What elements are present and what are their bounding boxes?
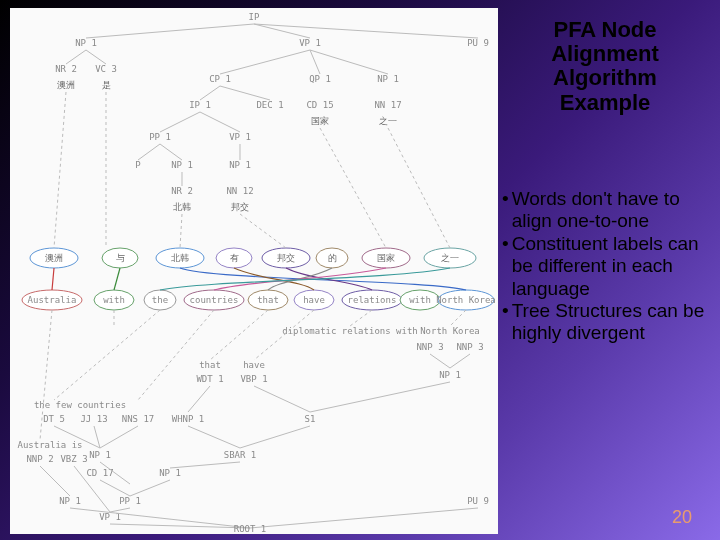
svg-text:NP 1: NP 1 [59, 496, 81, 506]
svg-line-0 [86, 24, 254, 38]
svg-text:JJ 13: JJ 13 [80, 414, 107, 424]
nt: NP 1 [75, 38, 97, 48]
svg-text:CP 1: CP 1 [209, 74, 231, 84]
svg-line-24 [138, 144, 160, 160]
svg-line-21 [200, 112, 240, 132]
svg-text:VBP 1: VBP 1 [240, 374, 267, 384]
title-line: Example [500, 91, 710, 115]
top-root: IP [249, 12, 260, 22]
svg-line-104 [188, 426, 240, 448]
svg-text:国家: 国家 [377, 253, 395, 263]
title-line: PFA Node [500, 18, 710, 42]
svg-text:CD 15: CD 15 [306, 100, 333, 110]
svg-text:北韩: 北韩 [171, 253, 189, 263]
svg-text:之一: 之一 [441, 253, 459, 263]
svg-text:NR 2: NR 2 [171, 186, 193, 196]
svg-text:IP 1: IP 1 [189, 100, 211, 110]
svg-text:北韩: 北韩 [173, 202, 191, 212]
svg-text:have: have [303, 295, 325, 305]
svg-text:NP 1: NP 1 [439, 370, 461, 380]
svg-text:NP 1: NP 1 [229, 160, 251, 170]
bullet-list: •Words don't have to align one-to-one •C… [502, 188, 712, 345]
svg-line-25 [160, 144, 182, 160]
svg-text:WDT 1: WDT 1 [196, 374, 223, 384]
svg-text:Australia  is: Australia is [17, 440, 82, 450]
svg-text:VC 3: VC 3 [95, 64, 117, 74]
svg-text:NN 12: NN 12 [226, 186, 253, 196]
bottom-root: ROOT 1 [234, 524, 267, 534]
svg-line-103 [100, 426, 138, 448]
svg-text:NNS 17: NNS 17 [122, 414, 155, 424]
svg-text:NNP 2: NNP 2 [26, 454, 53, 464]
title-line: Algorithm [500, 66, 710, 90]
svg-text:relations: relations [348, 295, 397, 305]
svg-line-131 [210, 310, 268, 360]
svg-text:have: have [243, 360, 265, 370]
svg-text:diplomatic relations with: diplomatic relations with [282, 326, 417, 336]
svg-text:NP 1: NP 1 [171, 160, 193, 170]
svg-line-9 [310, 50, 320, 74]
svg-line-20 [160, 112, 200, 132]
svg-line-14 [200, 86, 220, 100]
svg-text:Australia: Australia [28, 295, 77, 305]
svg-text:NNP 3: NNP 3 [456, 342, 483, 352]
svg-line-114 [170, 462, 240, 468]
svg-text:North Korea: North Korea [420, 326, 480, 336]
svg-text:that: that [199, 360, 221, 370]
title-line: Alignment [500, 42, 710, 66]
svg-text:PP 1: PP 1 [119, 496, 141, 506]
svg-line-115 [100, 480, 130, 496]
svg-text:PP 1: PP 1 [149, 132, 171, 142]
bullet-icon: • [502, 300, 509, 345]
svg-text:NP 1: NP 1 [89, 450, 111, 460]
svg-text:NP 1: NP 1 [377, 74, 399, 84]
svg-line-102 [94, 426, 100, 448]
svg-line-130 [138, 310, 214, 400]
svg-text:邦交: 邦交 [277, 253, 295, 263]
svg-text:QP 1: QP 1 [309, 74, 331, 84]
svg-line-126 [250, 508, 478, 528]
svg-text:PU 9: PU 9 [467, 496, 489, 506]
svg-text:的: 的 [328, 253, 337, 263]
svg-text:邦交: 邦交 [231, 202, 249, 212]
svg-line-129 [54, 310, 160, 400]
svg-line-100 [188, 386, 210, 412]
svg-text:NP 1: NP 1 [159, 468, 181, 478]
svg-line-105 [240, 426, 310, 448]
alignment-band: 澳洲 与 北韩 有 邦交 的 国家 之一 Australia with the … [22, 92, 496, 310]
svg-text:与: 与 [116, 253, 125, 263]
svg-text:S1: S1 [305, 414, 316, 424]
svg-text:DT 5: DT 5 [43, 414, 65, 424]
svg-line-98 [254, 386, 310, 412]
svg-line-4 [66, 50, 86, 64]
svg-text:SBAR 1: SBAR 1 [224, 450, 257, 460]
svg-line-10 [310, 50, 388, 74]
svg-text:WHNP 1: WHNP 1 [172, 414, 205, 424]
svg-line-76 [320, 128, 386, 248]
svg-line-85 [430, 354, 450, 368]
svg-line-74 [180, 214, 182, 248]
svg-text:with: with [103, 295, 125, 305]
svg-line-2 [254, 24, 478, 38]
bullet-item: •Tree Structures can be highly divergent [502, 300, 712, 345]
svg-line-119 [40, 466, 70, 496]
svg-line-15 [220, 86, 270, 100]
svg-text:DEC 1: DEC 1 [256, 100, 283, 110]
svg-text:有: 有 [230, 253, 239, 263]
page-number: 20 [672, 507, 692, 528]
svg-line-75 [240, 214, 286, 248]
bullet-icon: • [502, 188, 509, 233]
svg-line-83 [450, 310, 466, 326]
svg-line-116 [130, 480, 170, 496]
bullet-item: •Words don't have to align one-to-one [502, 188, 712, 233]
svg-text:国家: 国家 [311, 116, 329, 126]
svg-line-84 [350, 310, 372, 326]
svg-text:North Korea: North Korea [436, 295, 496, 305]
svg-line-99 [310, 382, 450, 412]
svg-text:澳洲: 澳洲 [45, 253, 63, 263]
svg-text:之一: 之一 [379, 116, 397, 126]
svg-text:VP 1: VP 1 [299, 38, 321, 48]
svg-text:NR 2: NR 2 [55, 64, 77, 74]
svg-text:the   few   countries: the few countries [34, 400, 126, 410]
svg-line-5 [86, 50, 106, 64]
